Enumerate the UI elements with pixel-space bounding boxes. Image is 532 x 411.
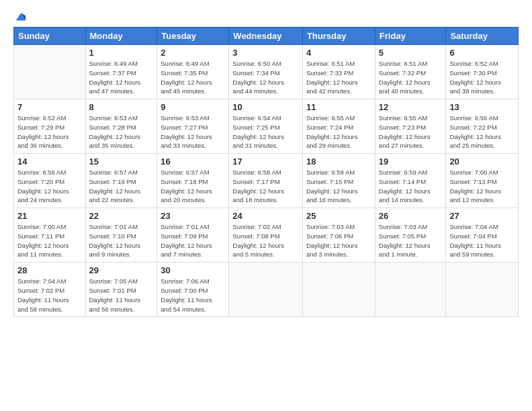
calendar-header-saturday: Saturday <box>446 28 519 45</box>
calendar-cell <box>302 263 375 317</box>
calendar-cell: 4Sunrise: 6:51 AM Sunset: 7:33 PM Daylig… <box>302 45 375 99</box>
day-info: Sunrise: 7:01 AM Sunset: 7:10 PM Dayligh… <box>89 222 154 259</box>
logo <box>13 11 27 20</box>
calendar-cell: 23Sunrise: 7:01 AM Sunset: 7:09 PM Dayli… <box>157 208 229 263</box>
day-number: 15 <box>89 156 154 167</box>
day-info: Sunrise: 7:03 AM Sunset: 7:06 PM Dayligh… <box>306 222 371 259</box>
calendar-header-sunday: Sunday <box>14 28 86 45</box>
calendar-cell: 7Sunrise: 6:52 AM Sunset: 7:29 PM Daylig… <box>14 99 86 154</box>
day-number: 26 <box>379 211 443 221</box>
calendar-cell: 22Sunrise: 7:01 AM Sunset: 7:10 PM Dayli… <box>85 208 157 263</box>
calendar-header-thursday: Thursday <box>302 28 375 45</box>
day-number: 16 <box>161 156 225 167</box>
calendar-cell: 26Sunrise: 7:03 AM Sunset: 7:05 PM Dayli… <box>375 208 446 263</box>
day-number: 19 <box>379 156 443 167</box>
day-number: 8 <box>89 102 154 112</box>
calendar-week-row: 28Sunrise: 7:04 AM Sunset: 7:02 PM Dayli… <box>14 263 519 317</box>
calendar-week-row: 21Sunrise: 7:00 AM Sunset: 7:11 PM Dayli… <box>14 208 519 263</box>
day-info: Sunrise: 7:03 AM Sunset: 7:05 PM Dayligh… <box>379 222 443 259</box>
calendar-cell: 15Sunrise: 6:57 AM Sunset: 7:19 PM Dayli… <box>85 154 157 208</box>
day-number: 29 <box>89 265 154 275</box>
day-info: Sunrise: 6:51 AM Sunset: 7:33 PM Dayligh… <box>306 59 371 96</box>
calendar-cell <box>14 45 86 99</box>
calendar-header-friday: Friday <box>375 28 446 45</box>
day-number: 11 <box>306 102 371 112</box>
calendar-cell: 17Sunrise: 6:58 AM Sunset: 7:17 PM Dayli… <box>229 154 303 208</box>
calendar-cell: 28Sunrise: 7:04 AM Sunset: 7:02 PM Dayli… <box>14 263 86 317</box>
calendar-header-wednesday: Wednesday <box>229 28 303 45</box>
day-info: Sunrise: 6:55 AM Sunset: 7:24 PM Dayligh… <box>306 113 371 150</box>
day-number: 30 <box>161 265 225 275</box>
day-number: 12 <box>379 102 443 112</box>
calendar-cell: 10Sunrise: 6:54 AM Sunset: 7:25 PM Dayli… <box>229 99 303 154</box>
day-info: Sunrise: 7:01 AM Sunset: 7:09 PM Dayligh… <box>161 222 225 259</box>
calendar-cell: 25Sunrise: 7:03 AM Sunset: 7:06 PM Dayli… <box>302 208 375 263</box>
day-number: 2 <box>161 48 225 58</box>
calendar-cell: 29Sunrise: 7:05 AM Sunset: 7:01 PM Dayli… <box>85 263 157 317</box>
calendar-cell: 3Sunrise: 6:50 AM Sunset: 7:34 PM Daylig… <box>229 45 303 99</box>
day-number: 18 <box>306 156 371 167</box>
day-info: Sunrise: 7:04 AM Sunset: 7:02 PM Dayligh… <box>17 277 82 314</box>
calendar-week-row: 7Sunrise: 6:52 AM Sunset: 7:29 PM Daylig… <box>14 99 519 154</box>
calendar-cell: 6Sunrise: 6:52 AM Sunset: 7:30 PM Daylig… <box>446 45 519 99</box>
calendar-header-tuesday: Tuesday <box>157 28 229 45</box>
day-number: 1 <box>89 48 154 58</box>
calendar-cell: 13Sunrise: 6:56 AM Sunset: 7:22 PM Dayli… <box>446 99 519 154</box>
calendar-cell: 1Sunrise: 6:49 AM Sunset: 7:37 PM Daylig… <box>85 45 157 99</box>
day-number: 7 <box>17 102 82 112</box>
calendar-cell: 19Sunrise: 6:59 AM Sunset: 7:14 PM Dayli… <box>375 154 446 208</box>
logo-icon <box>15 11 27 23</box>
calendar-cell <box>446 263 519 317</box>
day-info: Sunrise: 6:52 AM Sunset: 7:30 PM Dayligh… <box>449 59 515 96</box>
day-number: 17 <box>232 156 299 167</box>
calendar-cell: 30Sunrise: 7:06 AM Sunset: 7:00 PM Dayli… <box>157 263 229 317</box>
day-number: 22 <box>89 211 154 221</box>
day-info: Sunrise: 7:06 AM Sunset: 7:00 PM Dayligh… <box>161 277 225 314</box>
calendar: SundayMondayTuesdayWednesdayThursdayFrid… <box>13 27 519 317</box>
calendar-cell <box>229 263 303 317</box>
calendar-cell: 27Sunrise: 7:04 AM Sunset: 7:04 PM Dayli… <box>446 208 519 263</box>
calendar-header-row: SundayMondayTuesdayWednesdayThursdayFrid… <box>14 28 519 45</box>
day-number: 27 <box>449 211 515 221</box>
calendar-header-monday: Monday <box>85 28 157 45</box>
day-info: Sunrise: 6:59 AM Sunset: 7:15 PM Dayligh… <box>306 168 371 205</box>
day-info: Sunrise: 7:02 AM Sunset: 7:08 PM Dayligh… <box>232 222 299 259</box>
calendar-cell <box>375 263 446 317</box>
calendar-cell: 21Sunrise: 7:00 AM Sunset: 7:11 PM Dayli… <box>14 208 86 263</box>
day-number: 4 <box>306 48 371 58</box>
day-info: Sunrise: 6:56 AM Sunset: 7:20 PM Dayligh… <box>17 168 82 205</box>
day-number: 21 <box>17 211 82 221</box>
day-info: Sunrise: 6:56 AM Sunset: 7:22 PM Dayligh… <box>449 113 515 150</box>
day-number: 20 <box>449 156 515 167</box>
day-info: Sunrise: 6:50 AM Sunset: 7:34 PM Dayligh… <box>232 59 299 96</box>
day-info: Sunrise: 6:53 AM Sunset: 7:28 PM Dayligh… <box>89 113 154 150</box>
day-info: Sunrise: 7:05 AM Sunset: 7:01 PM Dayligh… <box>89 277 154 314</box>
calendar-week-row: 1Sunrise: 6:49 AM Sunset: 7:37 PM Daylig… <box>14 45 519 99</box>
day-number: 23 <box>161 211 225 221</box>
calendar-week-row: 14Sunrise: 6:56 AM Sunset: 7:20 PM Dayli… <box>14 154 519 208</box>
day-number: 6 <box>449 48 515 58</box>
day-info: Sunrise: 6:54 AM Sunset: 7:25 PM Dayligh… <box>232 113 299 150</box>
day-info: Sunrise: 6:49 AM Sunset: 7:35 PM Dayligh… <box>161 59 225 96</box>
day-info: Sunrise: 7:00 AM Sunset: 7:13 PM Dayligh… <box>449 168 515 205</box>
day-info: Sunrise: 6:53 AM Sunset: 7:27 PM Dayligh… <box>161 113 225 150</box>
calendar-cell: 12Sunrise: 6:55 AM Sunset: 7:23 PM Dayli… <box>375 99 446 154</box>
calendar-cell: 8Sunrise: 6:53 AM Sunset: 7:28 PM Daylig… <box>85 99 157 154</box>
day-number: 10 <box>232 102 299 112</box>
day-info: Sunrise: 6:59 AM Sunset: 7:14 PM Dayligh… <box>379 168 443 205</box>
calendar-cell: 24Sunrise: 7:02 AM Sunset: 7:08 PM Dayli… <box>229 208 303 263</box>
day-number: 5 <box>379 48 443 58</box>
day-info: Sunrise: 6:52 AM Sunset: 7:29 PM Dayligh… <box>17 113 82 150</box>
day-info: Sunrise: 6:58 AM Sunset: 7:17 PM Dayligh… <box>232 168 299 205</box>
day-info: Sunrise: 7:04 AM Sunset: 7:04 PM Dayligh… <box>449 222 515 259</box>
calendar-cell: 14Sunrise: 6:56 AM Sunset: 7:20 PM Dayli… <box>14 154 86 208</box>
day-number: 24 <box>232 211 299 221</box>
day-number: 25 <box>306 211 371 221</box>
day-info: Sunrise: 7:00 AM Sunset: 7:11 PM Dayligh… <box>17 222 82 259</box>
calendar-cell: 11Sunrise: 6:55 AM Sunset: 7:24 PM Dayli… <box>302 99 375 154</box>
day-info: Sunrise: 6:57 AM Sunset: 7:19 PM Dayligh… <box>89 168 154 205</box>
day-info: Sunrise: 6:55 AM Sunset: 7:23 PM Dayligh… <box>379 113 443 150</box>
calendar-cell: 18Sunrise: 6:59 AM Sunset: 7:15 PM Dayli… <box>302 154 375 208</box>
day-number: 28 <box>17 265 82 275</box>
day-info: Sunrise: 6:51 AM Sunset: 7:32 PM Dayligh… <box>379 59 443 96</box>
